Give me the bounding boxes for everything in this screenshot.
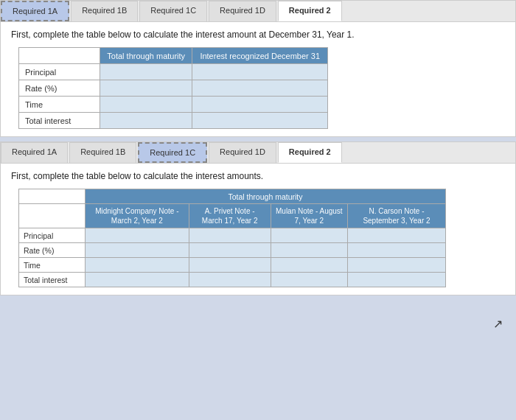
cell-rate-total[interactable] bbox=[100, 80, 192, 97]
top-section-title: First, complete the table below to calcu… bbox=[11, 29, 505, 40]
tab-required-1a-bottom[interactable]: Required 1A bbox=[1, 142, 68, 163]
bottom-section: Required 1A Required 1B Required 1C Requ… bbox=[0, 141, 516, 295]
table-row: Time bbox=[19, 258, 446, 273]
cell-rate-interest[interactable] bbox=[192, 80, 328, 97]
cell-b-rate-midnight[interactable] bbox=[86, 243, 189, 258]
table-row: Rate (%) bbox=[19, 80, 328, 97]
cell-totalinterest-interest[interactable] bbox=[192, 113, 328, 129]
tab-required-1b-bottom[interactable]: Required 1B bbox=[69, 142, 136, 163]
cell-principal-total[interactable] bbox=[100, 64, 192, 80]
tab-required-1c-top[interactable]: Required 1C bbox=[139, 1, 207, 21]
bottom-table: Total through maturity Midnight Company … bbox=[18, 189, 446, 287]
table-row: Time bbox=[19, 97, 328, 113]
cell-b-principal-privet[interactable] bbox=[189, 228, 271, 243]
bottom-empty-header bbox=[19, 189, 86, 204]
top-table: Total through maturity Interest recogniz… bbox=[18, 47, 328, 129]
page-wrapper: Required 1A Required 1B Required 1C Requ… bbox=[0, 0, 516, 295]
cell-totalinterest-total[interactable] bbox=[100, 113, 192, 129]
bottom-col-carson: N. Carson Note - September 3, Year 2 bbox=[347, 204, 445, 228]
tab-required-1d-top[interactable]: Required 1D bbox=[209, 1, 276, 21]
bottom-row-time: Time bbox=[19, 258, 86, 273]
bottom-col-midnight: Midnight Company Note - March 2, Year 2 bbox=[86, 204, 189, 228]
bottom-row-total: Total interest bbox=[19, 273, 86, 287]
cursor-arrow: ↗ bbox=[493, 317, 503, 331]
cell-time-total[interactable] bbox=[100, 97, 192, 113]
tab-required-1d-bottom[interactable]: Required 1D bbox=[209, 142, 276, 163]
bottom-group-header: Total through maturity bbox=[86, 189, 446, 204]
cell-b-principal-mulan[interactable] bbox=[271, 228, 347, 243]
cell-b-rate-mulan[interactable] bbox=[271, 243, 347, 258]
top-col1-header: Total through maturity bbox=[100, 48, 192, 64]
bottom-row-principal: Principal bbox=[19, 228, 86, 243]
cell-b-time-carson[interactable] bbox=[347, 258, 445, 273]
cell-b-principal-midnight[interactable] bbox=[86, 228, 189, 243]
cell-b-time-midnight[interactable] bbox=[86, 258, 189, 273]
cell-b-total-carson[interactable] bbox=[347, 273, 445, 287]
bottom-col-mulan: Mulan Note - August 7, Year 2 bbox=[271, 204, 347, 228]
bottom-row-rate: Rate (%) bbox=[19, 243, 86, 258]
cell-b-total-privet[interactable] bbox=[189, 273, 271, 287]
tab-required-1c-bottom[interactable]: Required 1C bbox=[138, 142, 207, 163]
table-row: Principal bbox=[19, 64, 328, 80]
bottom-col-privet: A. Privet Note - March 17, Year 2 bbox=[189, 204, 271, 228]
tab-required-2-top[interactable]: Required 2 bbox=[278, 1, 342, 21]
cell-b-time-mulan[interactable] bbox=[271, 258, 347, 273]
top-col2-header: Interest recognized December 31 bbox=[192, 48, 328, 64]
cell-b-total-midnight[interactable] bbox=[86, 273, 189, 287]
bottom-sub-empty bbox=[19, 204, 86, 228]
tab-required-1b-top[interactable]: Required 1B bbox=[71, 1, 138, 21]
row-label-time: Time bbox=[19, 97, 100, 113]
row-label-total-interest: Total interest bbox=[19, 113, 100, 129]
bottom-section-content: First, complete the table below to calcu… bbox=[1, 164, 515, 295]
cell-time-interest[interactable] bbox=[192, 97, 328, 113]
cell-b-time-privet[interactable] bbox=[189, 258, 271, 273]
cell-b-principal-carson[interactable] bbox=[347, 228, 445, 243]
bottom-tabs-bar: Required 1A Required 1B Required 1C Requ… bbox=[1, 142, 515, 164]
top-section-content: First, complete the table below to calcu… bbox=[1, 22, 515, 136]
table-row: Total interest bbox=[19, 273, 446, 287]
row-label-principal: Principal bbox=[19, 64, 100, 80]
cell-principal-interest[interactable] bbox=[192, 64, 328, 80]
cell-b-rate-privet[interactable] bbox=[189, 243, 271, 258]
table-row: Principal bbox=[19, 228, 446, 243]
tab-required-2-bottom[interactable]: Required 2 bbox=[278, 142, 342, 163]
bottom-section-title: First, complete the table below to calcu… bbox=[11, 171, 505, 181]
cell-b-total-mulan[interactable] bbox=[271, 273, 347, 287]
table-row: Rate (%) bbox=[19, 243, 446, 258]
top-section: Required 1A Required 1B Required 1C Requ… bbox=[0, 0, 516, 137]
cell-b-rate-carson[interactable] bbox=[347, 243, 445, 258]
top-tabs-bar: Required 1A Required 1B Required 1C Requ… bbox=[1, 1, 515, 22]
tab-required-1a-top[interactable]: Required 1A bbox=[1, 1, 69, 21]
row-label-rate: Rate (%) bbox=[19, 80, 100, 97]
table-row: Total interest bbox=[19, 113, 328, 129]
